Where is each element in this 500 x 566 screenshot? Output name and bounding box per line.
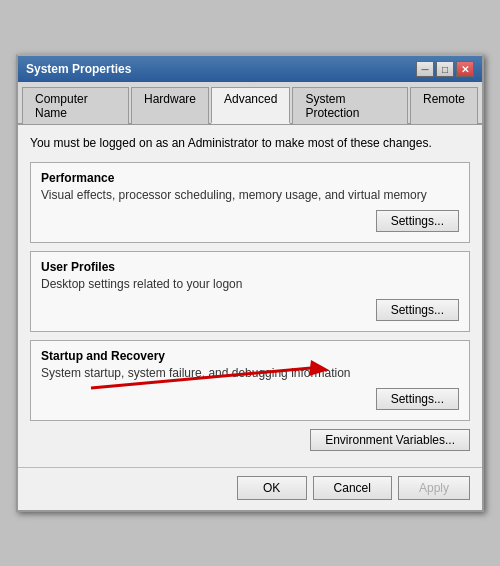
tab-computer-name[interactable]: Computer Name xyxy=(22,87,129,124)
apply-button[interactable]: Apply xyxy=(398,476,470,500)
arrow-container: Settings... xyxy=(41,388,459,410)
close-button[interactable]: ✕ xyxy=(456,61,474,77)
ok-button[interactable]: OK xyxy=(237,476,307,500)
user-profiles-description: Desktop settings related to your logon xyxy=(41,277,459,291)
startup-recovery-settings-button[interactable]: Settings... xyxy=(376,388,459,410)
tab-hardware[interactable]: Hardware xyxy=(131,87,209,124)
user-profiles-settings-button[interactable]: Settings... xyxy=(376,299,459,321)
title-bar-buttons: ─ □ ✕ xyxy=(416,61,474,77)
title-bar: System Properties ─ □ ✕ xyxy=(18,56,482,82)
tab-system-protection[interactable]: System Protection xyxy=(292,87,408,124)
cancel-button[interactable]: Cancel xyxy=(313,476,392,500)
minimize-button[interactable]: ─ xyxy=(416,61,434,77)
performance-section: Performance Visual effects, processor sc… xyxy=(30,162,470,243)
admin-notice: You must be logged on as an Administrato… xyxy=(30,135,470,152)
performance-description: Visual effects, processor scheduling, me… xyxy=(41,188,459,202)
user-profiles-title: User Profiles xyxy=(41,260,459,274)
user-profiles-btn-row: Settings... xyxy=(41,299,459,321)
performance-title: Performance xyxy=(41,171,459,185)
maximize-button[interactable]: □ xyxy=(436,61,454,77)
footer: OK Cancel Apply xyxy=(18,467,482,510)
window-title: System Properties xyxy=(26,62,131,76)
main-content: You must be logged on as an Administrato… xyxy=(18,125,482,467)
performance-settings-button[interactable]: Settings... xyxy=(376,210,459,232)
red-arrow-icon xyxy=(81,358,361,398)
tab-bar: Computer Name Hardware Advanced System P… xyxy=(18,82,482,125)
tab-advanced[interactable]: Advanced xyxy=(211,87,290,124)
user-profiles-section: User Profiles Desktop settings related t… xyxy=(30,251,470,332)
svg-marker-1 xyxy=(309,360,329,376)
environment-variables-button[interactable]: Environment Variables... xyxy=(310,429,470,451)
tab-remote[interactable]: Remote xyxy=(410,87,478,124)
svg-line-0 xyxy=(91,368,311,388)
system-properties-window: System Properties ─ □ ✕ Computer Name Ha… xyxy=(16,54,484,512)
performance-btn-row: Settings... xyxy=(41,210,459,232)
startup-recovery-section: Startup and Recovery System startup, sys… xyxy=(30,340,470,421)
environment-variables-row: Environment Variables... xyxy=(30,429,470,451)
